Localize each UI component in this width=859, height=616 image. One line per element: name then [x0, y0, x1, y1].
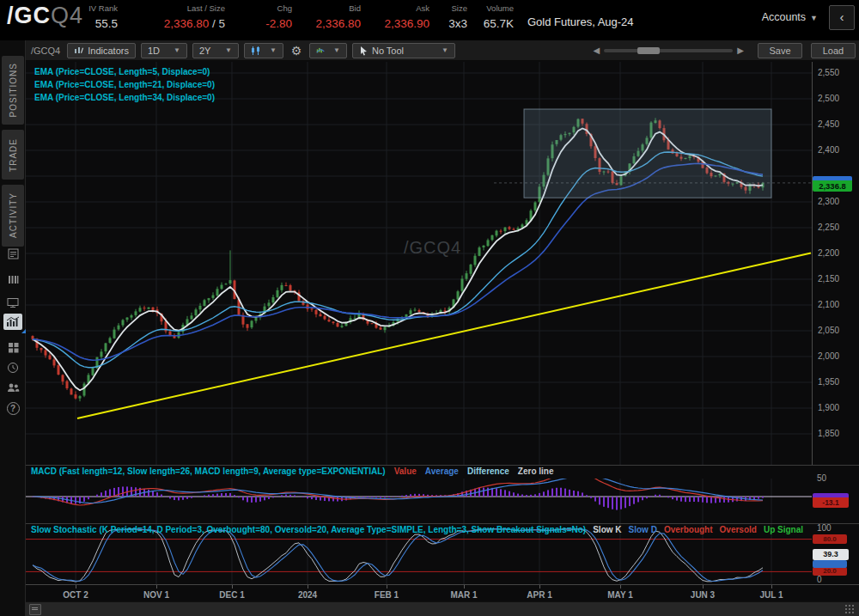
ema-label-21[interactable]: EMA (Price=CLOSE, Length=21, Displace=0): [34, 78, 215, 91]
slider-track[interactable]: [604, 49, 733, 52]
macd-value-marker: -13.1: [813, 497, 849, 508]
time-axis-label: MAY 1: [607, 590, 632, 600]
gear-icon[interactable]: ⚙: [289, 43, 304, 58]
time-axis-tick: [232, 585, 233, 589]
notes-icon[interactable]: [29, 604, 41, 615]
patterns-icon: [316, 46, 325, 56]
slider-thumb[interactable]: [637, 47, 660, 54]
chevron-down-icon: ▼: [436, 46, 448, 54]
chevron-down-icon: ▼: [265, 46, 277, 54]
ema-label-34[interactable]: EMA (Price=CLOSE, Length=34, Displace=0): [34, 91, 215, 104]
oversold-badge: 20.0: [813, 567, 847, 576]
price-axis-label: 1,850: [818, 429, 839, 438]
time-axis-label: FEB 1: [375, 590, 399, 600]
macd-legend-value: Value: [394, 467, 417, 476]
cursor-icon: [359, 46, 369, 56]
accounts-menu[interactable]: Accounts▼: [762, 11, 818, 23]
field-iv-rank: IV Rank55.5: [70, 3, 118, 32]
patterns-dropdown[interactable]: ▼: [309, 43, 347, 58]
charts-icon[interactable]: [3, 314, 22, 330]
time-axis[interactable]: OCT 2NOV 1DEC 12024FEB 1MAR 1APR 1MAY 1J…: [26, 584, 859, 601]
macd-axis-label: 50: [817, 473, 826, 483]
community-icon[interactable]: [6, 381, 20, 394]
time-axis-tick: [464, 585, 465, 589]
time-axis-tick: [308, 585, 308, 589]
ema-study-labels: EMA (Price=CLOSE, Length=5, Displace=0) …: [34, 65, 215, 104]
time-axis-tick: [771, 585, 772, 589]
price-axis-label: 2,000: [818, 351, 839, 361]
field-last-size: Last / Size 2,336.80 / 5: [118, 3, 225, 32]
chevron-down-icon: ▼: [220, 46, 232, 54]
contract-description: Gold Futures, Aug-24: [527, 15, 634, 28]
time-zoom-slider[interactable]: ◀ ▶: [594, 46, 744, 55]
field-chg: Chg-2.80: [225, 3, 292, 32]
time-axis-tick: [703, 585, 704, 589]
quotes-icon[interactable]: [6, 247, 20, 260]
price-axis-label: 2,400: [818, 145, 839, 155]
time-axis-label: DEC 1: [219, 590, 244, 600]
slow-k-badge: 39.3: [813, 549, 849, 560]
macd-legend-difference: Difference: [467, 467, 509, 476]
save-button[interactable]: Save: [758, 43, 802, 58]
indicators-button[interactable]: Indicators: [67, 43, 136, 58]
field-bid: Bid2,336.80: [292, 3, 361, 32]
time-axis-label: APR 1: [527, 590, 551, 600]
last-price-value: 2,336.8: [813, 180, 852, 192]
chart-toolbar: /GCQ4 Indicators 1D▼ 2Y▼ ▼ ⚙ ▼ No Tool▼ …: [26, 40, 859, 61]
price-axis-label: 2,300: [818, 197, 839, 206]
price-axis-label: 2,250: [818, 223, 839, 232]
chevron-left-icon[interactable]: ‹: [829, 5, 855, 30]
price-chart[interactable]: [26, 62, 812, 465]
panel-divider[interactable]: [26, 465, 859, 466]
macd-study-label[interactable]: MACD (Fast length=12, Slow length=26, MA…: [31, 467, 554, 476]
chevron-down-icon: ▼: [328, 46, 340, 54]
time-axis-label: NOV 1: [143, 590, 169, 600]
panel-divider[interactable]: [26, 523, 859, 524]
time-axis-label: MAR 1: [450, 590, 477, 600]
macd-legend-average: Average: [425, 467, 459, 476]
watchlist-icon[interactable]: [6, 272, 20, 286]
chart-style-dropdown[interactable]: ▼: [244, 43, 283, 58]
price-axis-label: 2,200: [818, 248, 839, 258]
chart-style-icon: [251, 46, 261, 56]
chevron-down-icon: ▼: [810, 14, 818, 22]
price-axis-label: 2,500: [818, 94, 839, 103]
range-dropdown[interactable]: 2Y▼: [192, 43, 239, 58]
last-price-badge: 2,336.8: [813, 176, 852, 192]
quote-fields: IV Rank55.5 Last / Size 2,336.80 / 5 Chg…: [70, 3, 514, 32]
drawing-tool-dropdown[interactable]: No Tool▼: [352, 43, 455, 58]
quote-header: /GCQ4 IV Rank55.5 Last / Size 2,336.80 /…: [0, 0, 859, 40]
sidebar-tab-trade[interactable]: TRADE: [2, 130, 24, 180]
monitor-icon[interactable]: [6, 296, 20, 309]
time-axis-tick: [620, 585, 621, 589]
indicators-icon: [74, 46, 84, 56]
chevron-down-icon: ▼: [168, 46, 180, 54]
price-axis-label: 2,150: [818, 274, 839, 284]
help-icon[interactable]: ?: [6, 401, 20, 415]
field-size: Size3x3: [430, 3, 467, 32]
price-axis-label: 2,450: [818, 119, 839, 129]
stoch-axis-top: 100: [817, 523, 832, 533]
price-axis-label: 2,550: [818, 68, 839, 77]
slow-d-badge: [813, 560, 847, 568]
load-button[interactable]: Load: [811, 43, 856, 58]
timeframe-dropdown[interactable]: 1D▼: [141, 43, 187, 58]
price-axis[interactable]: 2,5502,5002,4502,4002,3002,2502,2002,150…: [812, 62, 859, 465]
time-axis-tick: [387, 585, 387, 589]
grid-icon[interactable]: [6, 340, 20, 354]
ema-label-5[interactable]: EMA (Price=CLOSE, Length=5, Displace=0): [34, 65, 215, 78]
toolbar-symbol: /GCQ4: [31, 46, 60, 56]
slider-right-arrow[interactable]: ▶: [737, 46, 744, 55]
history-icon[interactable]: [6, 361, 20, 375]
macd-chart[interactable]: [26, 479, 812, 523]
stochastic-chart[interactable]: [26, 524, 812, 584]
sidebar-tab-positions[interactable]: POSITIONS: [2, 56, 24, 125]
sidebar-tab-activity[interactable]: ACTIVITY: [2, 185, 24, 247]
time-axis-tick: [539, 585, 540, 589]
slider-left-arrow[interactable]: ◀: [594, 46, 600, 55]
resize-handle-icon[interactable]: [844, 604, 855, 614]
stoch-axis-bottom: 0: [817, 575, 822, 584]
price-axis-label: 1,900: [818, 403, 839, 412]
symbol-watermark: /GCQ4: [404, 238, 461, 258]
time-axis-label: 2024: [298, 590, 317, 600]
